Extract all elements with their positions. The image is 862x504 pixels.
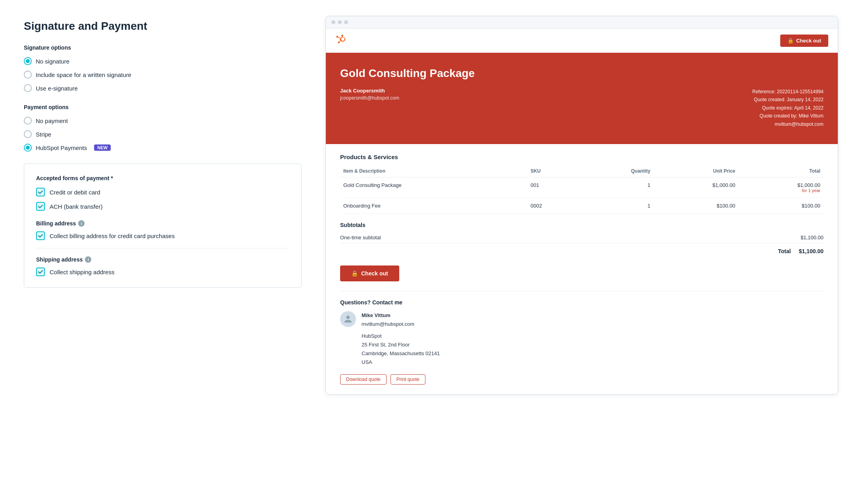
avatar [340, 311, 356, 327]
browser-bar [326, 16, 838, 29]
subtotal-value: $1,100.00 [800, 235, 824, 240]
right-panel: 🔒 Check out Gold Consulting Package Jack… [325, 16, 838, 488]
col-unit-price: Unit Price [654, 166, 739, 177]
product-2-sku: 0002 [527, 198, 579, 214]
billing-address-checkbox[interactable]: Collect billing address for credit card … [36, 231, 289, 240]
products-table: Item & Description SKU Quantity Unit Pri… [340, 166, 824, 214]
quote-contact-name: Jack Coopersmith [340, 88, 399, 94]
radio-hubspot-payments[interactable] [24, 144, 32, 152]
credit-card-label: Credit or debit card [50, 189, 100, 196]
credit-card-checkbox[interactable]: Credit or debit card [36, 188, 289, 196]
checkout-button-top[interactable]: 🔒 Check out [780, 35, 828, 47]
table-row: Onboarding Fee 0002 1 $100.00 $100.00 [340, 198, 824, 214]
signature-esig-label: Use e-signature [36, 85, 78, 92]
signature-option-no-sig[interactable]: No signature [24, 57, 302, 65]
product-2-qty: 1 [579, 198, 654, 214]
shipping-checkbox-label: Collect shipping address [50, 269, 114, 275]
payment-option-none[interactable]: No payment [24, 117, 302, 125]
forms-of-payment-title: Accepted forms of payment * [36, 175, 289, 181]
subtotal-row: One-time subtotal $1,100.00 [340, 232, 824, 243]
new-badge: NEW [94, 144, 111, 151]
shipping-address-checkbox[interactable]: Collect shipping address [36, 267, 289, 276]
col-total: Total [739, 166, 824, 177]
quote-body: Products & Services Item & Description S… [326, 144, 838, 394]
radio-no-payment[interactable] [24, 117, 32, 125]
billing-address-section: Billing address i Collect billing addres… [36, 220, 289, 240]
product-2-unit-price: $100.00 [654, 198, 739, 214]
shipping-address-title: Shipping address i [36, 256, 289, 263]
billing-checkbox-label: Collect billing address for credit card … [50, 233, 175, 239]
contact-section: Questions? Contact me Mike Vittum mv [340, 291, 824, 385]
quote-hero-body: Jack Coopersmith jcoopersmith@hubspot.co… [340, 88, 824, 128]
quote-hero: Gold Consulting Package Jack Coopersmith… [326, 53, 838, 144]
contact-company: HubSpot [362, 332, 440, 340]
checkout-icon-top: 🔒 [787, 38, 794, 44]
table-row: Gold Consulting Package 001 1 $1,000.00 … [340, 177, 824, 198]
print-quote-button[interactable]: Print quote [391, 374, 425, 385]
product-1-total: $1,000.00 for 1 year [739, 177, 824, 198]
product-2-total: $100.00 [739, 198, 824, 214]
total-label: Total [778, 248, 791, 254]
payment-options: No payment Stripe HubSpot Payments NEW [24, 117, 302, 152]
col-sku: SKU [527, 166, 579, 177]
total-row: Total $1,100.00 [340, 243, 824, 259]
quote-contact: Jack Coopersmith jcoopersmith@hubspot.co… [340, 88, 399, 101]
quote-creator-email: mvittum@hubspot.com [752, 120, 824, 128]
quote-created: Quote created: January 14, 2022 [752, 96, 824, 104]
payment-section-title: Payment options [24, 104, 302, 110]
product-1-unit-price: $1,000.00 [654, 177, 739, 198]
contact-address: HubSpot 25 First St, 2nd Floor Cambridge… [362, 332, 440, 367]
payment-section: Payment options No payment Stripe HubSpo… [24, 104, 302, 288]
subtotals-title: Subtotals [340, 222, 824, 228]
subtotals-section: Subtotals One-time subtotal $1,100.00 To… [340, 222, 824, 259]
quote-reference: Reference: 20220114-125514994 [752, 88, 824, 96]
checkout-icon-main: 🔒 [351, 270, 358, 277]
radio-stripe[interactable] [24, 130, 32, 138]
checkbox-billing[interactable] [36, 231, 45, 240]
contact-name: Mike Vittum [362, 311, 440, 320]
contact-section-title: Questions? Contact me [340, 299, 824, 306]
billing-info-icon[interactable]: i [78, 220, 85, 227]
contact-email: mvittum@hubspot.com [362, 320, 440, 329]
shipping-info-icon[interactable]: i [85, 256, 91, 263]
payment-hubspot-label: HubSpot Payments [36, 144, 87, 151]
download-quote-button[interactable]: Download quote [340, 374, 387, 385]
radio-e-sig[interactable] [24, 84, 32, 92]
col-quantity: Quantity [579, 166, 654, 177]
browser-window: 🔒 Check out Gold Consulting Package Jack… [325, 16, 838, 394]
signature-options: No signature Include space for a written… [24, 57, 302, 92]
contact-details: Mike Vittum mvittum@hubspot.com HubSpot … [362, 311, 440, 367]
subtotal-label: One-time subtotal [340, 235, 381, 240]
quote-title: Gold Consulting Package [340, 67, 824, 80]
signature-option-written[interactable]: Include space for a written signature [24, 71, 302, 79]
contact-info: Mike Vittum mvittum@hubspot.com HubSpot … [340, 311, 824, 367]
contact-address1: 25 First St, 2nd Floor [362, 340, 440, 349]
radio-no-sig[interactable] [24, 57, 32, 65]
left-panel: Signature and Payment Signature options … [24, 16, 302, 488]
contact-address2: Cambridge, Massachusetts 02141 [362, 349, 440, 358]
checkbox-credit-card[interactable] [36, 188, 45, 196]
signature-option-esig[interactable]: Use e-signature [24, 84, 302, 92]
product-1-name: Gold Consulting Package [340, 177, 527, 198]
quote-actions: Download quote Print quote [340, 374, 824, 385]
contact-address3: USA [362, 358, 440, 367]
payment-checkboxes: Credit or debit card ACH (bank transfer) [36, 188, 289, 211]
page-title: Signature and Payment [24, 20, 302, 33]
product-1-sku: 001 [527, 177, 579, 198]
billing-address-title: Billing address i [36, 220, 289, 227]
payment-option-hubspot[interactable]: HubSpot Payments NEW [24, 144, 302, 152]
shipping-address-section: Shipping address i Collect shipping addr… [36, 256, 289, 276]
product-1-qty: 1 [579, 177, 654, 198]
radio-written-sig[interactable] [24, 71, 32, 79]
payment-option-stripe[interactable]: Stripe [24, 130, 302, 138]
quote-expires: Quote expires: April 14, 2022 [752, 104, 824, 112]
payment-none-label: No payment [36, 117, 68, 124]
checkbox-ach[interactable] [36, 202, 45, 211]
browser-dot-1 [331, 20, 335, 24]
products-section-title: Products & Services [340, 154, 824, 160]
signature-written-label: Include space for a written signature [36, 71, 131, 78]
checkbox-shipping[interactable] [36, 267, 45, 276]
ach-checkbox[interactable]: ACH (bank transfer) [36, 202, 289, 211]
checkout-button-main[interactable]: 🔒 Check out [340, 265, 399, 281]
quote-header-bar: 🔒 Check out [326, 29, 838, 53]
